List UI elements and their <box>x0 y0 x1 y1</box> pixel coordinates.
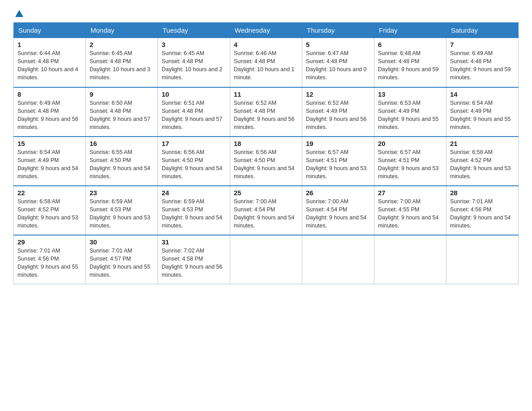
day-info: Sunrise: 7:00 AMSunset: 4:54 PMDaylight:… <box>306 197 370 230</box>
day-number: 2 <box>90 41 154 48</box>
header-friday: Friday <box>374 23 446 38</box>
header-sunday: Sunday <box>14 23 86 38</box>
calendar-cell: 25Sunrise: 7:00 AMSunset: 4:54 PMDayligh… <box>230 186 302 235</box>
day-number: 15 <box>17 140 82 147</box>
calendar-cell: 4Sunrise: 6:46 AMSunset: 4:48 PMDaylight… <box>230 38 302 87</box>
day-number: 24 <box>162 189 226 197</box>
day-info: Sunrise: 6:54 AMSunset: 4:49 PMDaylight:… <box>17 148 82 181</box>
day-number: 31 <box>162 238 226 246</box>
day-info: Sunrise: 7:02 AMSunset: 4:58 PMDaylight:… <box>162 247 226 279</box>
day-info: Sunrise: 6:56 AMSunset: 4:50 PMDaylight:… <box>162 148 226 181</box>
calendar-cell: 28Sunrise: 7:01 AMSunset: 4:56 PMDayligh… <box>446 186 519 235</box>
calendar-cell: 21Sunrise: 6:58 AMSunset: 4:52 PMDayligh… <box>446 137 519 186</box>
svg-marker-0 <box>15 10 23 17</box>
calendar-cell: 22Sunrise: 6:58 AMSunset: 4:52 PMDayligh… <box>14 186 86 235</box>
header-saturday: Saturday <box>446 23 519 38</box>
calendar-cell <box>374 235 446 284</box>
day-number: 14 <box>450 90 515 98</box>
calendar-cell: 3Sunrise: 6:45 AMSunset: 4:48 PMDaylight… <box>158 38 230 87</box>
calendar-cell: 17Sunrise: 6:56 AMSunset: 4:50 PMDayligh… <box>158 137 230 186</box>
day-info: Sunrise: 6:44 AMSunset: 4:48 PMDaylight:… <box>17 49 82 82</box>
calendar-cell: 12Sunrise: 6:52 AMSunset: 4:49 PMDayligh… <box>302 87 374 137</box>
day-info: Sunrise: 7:01 AMSunset: 4:56 PMDaylight:… <box>450 197 515 230</box>
header-thursday: Thursday <box>302 23 374 38</box>
day-info: Sunrise: 6:47 AMSunset: 4:48 PMDaylight:… <box>306 49 370 82</box>
header-wednesday: Wednesday <box>230 23 302 38</box>
calendar-cell: 10Sunrise: 6:51 AMSunset: 4:48 PMDayligh… <box>158 87 230 137</box>
calendar-cell: 30Sunrise: 7:01 AMSunset: 4:57 PMDayligh… <box>86 235 158 284</box>
calendar-cell: 11Sunrise: 6:52 AMSunset: 4:48 PMDayligh… <box>230 87 302 137</box>
day-info: Sunrise: 7:00 AMSunset: 4:55 PMDaylight:… <box>378 197 442 230</box>
day-info: Sunrise: 6:52 AMSunset: 4:49 PMDaylight:… <box>306 99 370 132</box>
day-number: 20 <box>378 140 442 147</box>
header-tuesday: Tuesday <box>158 23 230 38</box>
day-number: 9 <box>90 90 154 98</box>
calendar-week-row: 1Sunrise: 6:44 AMSunset: 4:48 PMDaylight… <box>14 38 519 87</box>
calendar-cell: 15Sunrise: 6:54 AMSunset: 4:49 PMDayligh… <box>14 137 86 186</box>
calendar-cell: 23Sunrise: 6:59 AMSunset: 4:53 PMDayligh… <box>86 186 158 235</box>
calendar-cell <box>302 235 374 284</box>
day-info: Sunrise: 6:51 AMSunset: 4:48 PMDaylight:… <box>162 99 226 132</box>
day-number: 11 <box>234 90 298 98</box>
day-number: 30 <box>90 238 154 246</box>
calendar-cell: 5Sunrise: 6:47 AMSunset: 4:48 PMDaylight… <box>302 38 374 87</box>
calendar-cell: 1Sunrise: 6:44 AMSunset: 4:48 PMDaylight… <box>14 38 86 87</box>
day-info: Sunrise: 7:01 AMSunset: 4:57 PMDaylight:… <box>90 247 154 279</box>
calendar-table: Sunday Monday Tuesday Wednesday Thursday… <box>13 22 519 284</box>
page-header <box>13 9 519 18</box>
calendar-week-row: 29Sunrise: 7:01 AMSunset: 4:56 PMDayligh… <box>14 235 519 284</box>
day-number: 21 <box>450 140 515 147</box>
day-info: Sunrise: 6:56 AMSunset: 4:50 PMDaylight:… <box>234 148 298 181</box>
day-number: 28 <box>450 189 515 197</box>
calendar-cell: 7Sunrise: 6:49 AMSunset: 4:48 PMDaylight… <box>446 38 519 87</box>
calendar-cell <box>446 235 519 284</box>
day-number: 4 <box>234 41 298 48</box>
day-info: Sunrise: 6:58 AMSunset: 4:52 PMDaylight:… <box>450 148 515 181</box>
logo <box>13 9 24 18</box>
day-number: 27 <box>378 189 442 197</box>
day-info: Sunrise: 6:59 AMSunset: 4:53 PMDaylight:… <box>90 197 154 230</box>
calendar-week-row: 15Sunrise: 6:54 AMSunset: 4:49 PMDayligh… <box>14 137 519 186</box>
day-number: 13 <box>378 90 442 98</box>
day-info: Sunrise: 6:53 AMSunset: 4:49 PMDaylight:… <box>378 99 442 132</box>
day-info: Sunrise: 6:49 AMSunset: 4:48 PMDaylight:… <box>17 99 82 132</box>
day-info: Sunrise: 6:49 AMSunset: 4:48 PMDaylight:… <box>450 49 515 82</box>
day-number: 8 <box>17 90 82 98</box>
day-info: Sunrise: 6:45 AMSunset: 4:48 PMDaylight:… <box>162 49 226 82</box>
day-info: Sunrise: 6:55 AMSunset: 4:50 PMDaylight:… <box>90 148 154 181</box>
day-info: Sunrise: 6:58 AMSunset: 4:52 PMDaylight:… <box>17 197 82 230</box>
calendar-cell: 19Sunrise: 6:57 AMSunset: 4:51 PMDayligh… <box>302 137 374 186</box>
calendar-cell: 9Sunrise: 6:50 AMSunset: 4:48 PMDaylight… <box>86 87 158 137</box>
day-info: Sunrise: 6:54 AMSunset: 4:49 PMDaylight:… <box>450 99 515 132</box>
day-info: Sunrise: 6:52 AMSunset: 4:48 PMDaylight:… <box>234 99 298 132</box>
day-number: 5 <box>306 41 370 48</box>
calendar-cell: 26Sunrise: 7:00 AMSunset: 4:54 PMDayligh… <box>302 186 374 235</box>
calendar-cell: 2Sunrise: 6:45 AMSunset: 4:48 PMDaylight… <box>86 38 158 87</box>
day-info: Sunrise: 6:50 AMSunset: 4:48 PMDaylight:… <box>90 99 154 132</box>
day-number: 26 <box>306 189 370 197</box>
day-number: 17 <box>162 140 226 147</box>
day-number: 12 <box>306 90 370 98</box>
day-info: Sunrise: 6:57 AMSunset: 4:51 PMDaylight:… <box>378 148 442 181</box>
day-number: 6 <box>378 41 442 48</box>
day-number: 10 <box>162 90 226 98</box>
calendar-cell: 24Sunrise: 6:59 AMSunset: 4:53 PMDayligh… <box>158 186 230 235</box>
calendar-cell: 6Sunrise: 6:48 AMSunset: 4:48 PMDaylight… <box>374 38 446 87</box>
calendar-week-row: 22Sunrise: 6:58 AMSunset: 4:52 PMDayligh… <box>14 186 519 235</box>
calendar-week-row: 8Sunrise: 6:49 AMSunset: 4:48 PMDaylight… <box>14 87 519 137</box>
day-info: Sunrise: 7:01 AMSunset: 4:56 PMDaylight:… <box>17 247 82 279</box>
day-info: Sunrise: 6:57 AMSunset: 4:51 PMDaylight:… <box>306 148 370 181</box>
day-info: Sunrise: 7:00 AMSunset: 4:54 PMDaylight:… <box>234 197 298 230</box>
calendar-cell: 20Sunrise: 6:57 AMSunset: 4:51 PMDayligh… <box>374 137 446 186</box>
day-info: Sunrise: 6:45 AMSunset: 4:48 PMDaylight:… <box>90 49 154 82</box>
calendar-cell: 27Sunrise: 7:00 AMSunset: 4:55 PMDayligh… <box>374 186 446 235</box>
calendar-cell: 18Sunrise: 6:56 AMSunset: 4:50 PMDayligh… <box>230 137 302 186</box>
day-number: 25 <box>234 189 298 197</box>
day-number: 7 <box>450 41 515 48</box>
logo-triangle-icon <box>14 9 24 18</box>
header-monday: Monday <box>86 23 158 38</box>
day-number: 23 <box>90 189 154 197</box>
day-info: Sunrise: 6:48 AMSunset: 4:48 PMDaylight:… <box>378 49 442 82</box>
day-number: 19 <box>306 140 370 147</box>
day-number: 3 <box>162 41 226 48</box>
